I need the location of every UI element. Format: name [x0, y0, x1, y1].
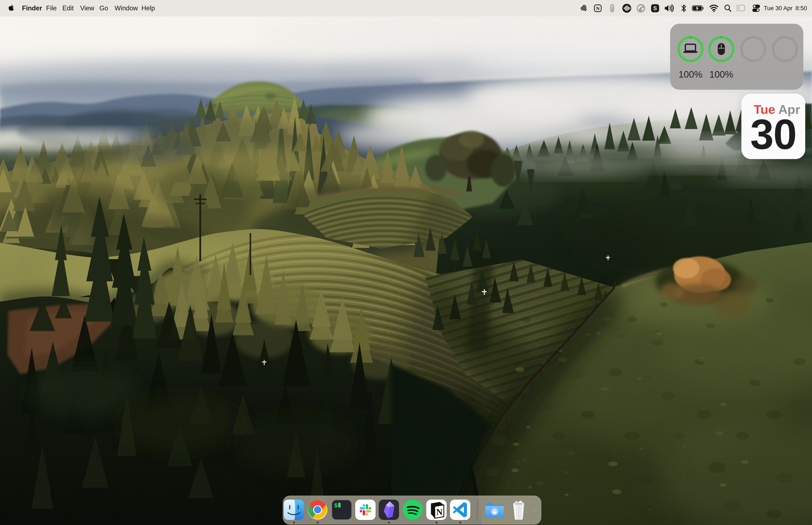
svg-text:$: $: [334, 502, 338, 509]
svg-text:S: S: [653, 5, 657, 12]
svg-text:N: N: [436, 507, 443, 517]
svg-text:N: N: [596, 6, 600, 11]
